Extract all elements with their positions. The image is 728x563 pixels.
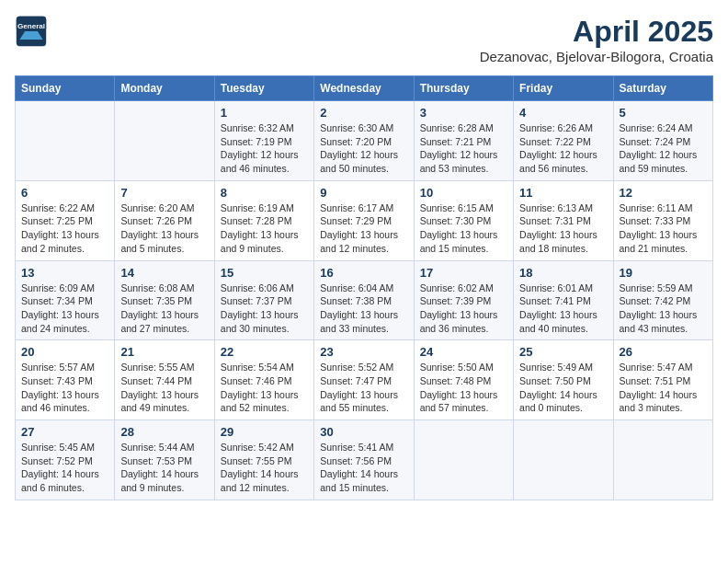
week-row-2: 6Sunrise: 6:22 AMSunset: 7:25 PMDaylight…: [16, 180, 713, 260]
day-info: Sunrise: 6:20 AMSunset: 7:26 PMDaylight:…: [120, 201, 208, 256]
day-info: Sunrise: 6:17 AMSunset: 7:29 PMDaylight:…: [320, 201, 407, 256]
day-info: Sunrise: 5:45 AMSunset: 7:52 PMDaylight:…: [21, 441, 108, 495]
main-title: April 2025: [480, 15, 713, 49]
day-cell: 21Sunrise: 5:55 AMSunset: 7:44 PMDayligh…: [115, 340, 214, 420]
day-number: 20: [21, 345, 108, 359]
day-cell: 11Sunrise: 6:13 AMSunset: 7:31 PMDayligh…: [514, 180, 613, 260]
day-cell: 27Sunrise: 5:45 AMSunset: 7:52 PMDayligh…: [16, 420, 115, 500]
day-number: 17: [420, 266, 507, 280]
day-number: 9: [320, 186, 407, 200]
day-number: 12: [620, 186, 707, 200]
day-number: 14: [120, 266, 208, 280]
day-info: Sunrise: 5:54 AMSunset: 7:46 PMDaylight:…: [221, 361, 308, 415]
day-info: Sunrise: 5:55 AMSunset: 7:44 PMDaylight:…: [120, 361, 208, 415]
day-cell: 16Sunrise: 6:04 AMSunset: 7:38 PMDayligh…: [314, 260, 414, 340]
day-cell: 20Sunrise: 5:57 AMSunset: 7:43 PMDayligh…: [16, 340, 115, 420]
logo-icon: General Blue: [15, 15, 48, 48]
header-day-friday: Friday: [514, 76, 613, 101]
day-cell: [514, 420, 613, 500]
day-cell: 28Sunrise: 5:44 AMSunset: 7:53 PMDayligh…: [115, 420, 214, 500]
day-cell: 6Sunrise: 6:22 AMSunset: 7:25 PMDaylight…: [16, 180, 115, 260]
day-info: Sunrise: 5:59 AMSunset: 7:42 PMDaylight:…: [620, 282, 707, 336]
day-number: 29: [221, 425, 308, 439]
svg-text:Blue: Blue: [24, 31, 39, 40]
day-cell: 15Sunrise: 6:06 AMSunset: 7:37 PMDayligh…: [214, 260, 313, 340]
day-cell: 1Sunrise: 6:32 AMSunset: 7:19 PMDaylight…: [214, 101, 313, 181]
day-info: Sunrise: 6:04 AMSunset: 7:38 PMDaylight:…: [320, 282, 407, 336]
day-cell: 5Sunrise: 6:24 AMSunset: 7:24 PMDaylight…: [613, 101, 712, 181]
header-day-sunday: Sunday: [16, 76, 115, 101]
day-number: 6: [21, 186, 108, 200]
day-cell: 7Sunrise: 6:20 AMSunset: 7:26 PMDaylight…: [115, 180, 214, 260]
day-number: 4: [519, 106, 607, 120]
day-number: 25: [519, 345, 607, 359]
day-info: Sunrise: 6:26 AMSunset: 7:22 PMDaylight:…: [519, 121, 607, 176]
header-day-saturday: Saturday: [613, 76, 712, 101]
day-info: Sunrise: 5:41 AMSunset: 7:56 PMDaylight:…: [320, 441, 407, 495]
day-info: Sunrise: 5:44 AMSunset: 7:53 PMDaylight:…: [120, 441, 208, 495]
day-info: Sunrise: 6:19 AMSunset: 7:28 PMDaylight:…: [221, 201, 308, 256]
day-info: Sunrise: 6:01 AMSunset: 7:41 PMDaylight:…: [519, 282, 607, 336]
day-info: Sunrise: 6:09 AMSunset: 7:34 PMDaylight:…: [21, 282, 108, 336]
day-number: 13: [21, 266, 108, 280]
header-day-monday: Monday: [115, 76, 214, 101]
header-day-tuesday: Tuesday: [214, 76, 313, 101]
day-number: 15: [221, 266, 308, 280]
day-cell: [613, 420, 712, 500]
day-info: Sunrise: 6:13 AMSunset: 7:31 PMDaylight:…: [519, 201, 607, 256]
day-number: 24: [420, 345, 507, 359]
day-cell: 10Sunrise: 6:15 AMSunset: 7:30 PMDayligh…: [414, 180, 513, 260]
day-info: Sunrise: 6:22 AMSunset: 7:25 PMDaylight:…: [21, 201, 108, 256]
calendar-header-row: SundayMondayTuesdayWednesdayThursdayFrid…: [16, 76, 713, 101]
day-info: Sunrise: 5:42 AMSunset: 7:55 PMDaylight:…: [221, 441, 308, 495]
day-cell: 22Sunrise: 5:54 AMSunset: 7:46 PMDayligh…: [214, 340, 313, 420]
day-cell: 29Sunrise: 5:42 AMSunset: 7:55 PMDayligh…: [214, 420, 313, 500]
day-number: 5: [620, 106, 707, 120]
day-number: 23: [320, 345, 407, 359]
day-info: Sunrise: 5:47 AMSunset: 7:51 PMDaylight:…: [620, 361, 707, 415]
week-row-5: 27Sunrise: 5:45 AMSunset: 7:52 PMDayligh…: [16, 420, 713, 500]
header-day-thursday: Thursday: [414, 76, 513, 101]
day-info: Sunrise: 6:32 AMSunset: 7:19 PMDaylight:…: [221, 121, 308, 176]
day-info: Sunrise: 5:57 AMSunset: 7:43 PMDaylight:…: [21, 361, 108, 415]
day-number: 22: [221, 345, 308, 359]
day-cell: 13Sunrise: 6:09 AMSunset: 7:34 PMDayligh…: [16, 260, 115, 340]
day-info: Sunrise: 5:49 AMSunset: 7:50 PMDaylight:…: [519, 361, 607, 415]
day-number: 28: [120, 425, 208, 439]
day-cell: 8Sunrise: 6:19 AMSunset: 7:28 PMDaylight…: [214, 180, 313, 260]
day-cell: 14Sunrise: 6:08 AMSunset: 7:35 PMDayligh…: [115, 260, 214, 340]
day-number: 2: [320, 106, 407, 120]
day-info: Sunrise: 6:15 AMSunset: 7:30 PMDaylight:…: [420, 201, 507, 256]
day-cell: 23Sunrise: 5:52 AMSunset: 7:47 PMDayligh…: [314, 340, 414, 420]
day-info: Sunrise: 6:24 AMSunset: 7:24 PMDaylight:…: [620, 121, 707, 176]
day-number: 19: [620, 266, 707, 280]
day-info: Sunrise: 6:28 AMSunset: 7:21 PMDaylight:…: [420, 121, 507, 176]
week-row-1: 1Sunrise: 6:32 AMSunset: 7:19 PMDaylight…: [16, 101, 713, 181]
day-cell: 12Sunrise: 6:11 AMSunset: 7:33 PMDayligh…: [613, 180, 712, 260]
day-number: 18: [519, 266, 607, 280]
day-number: 21: [120, 345, 208, 359]
day-cell: 26Sunrise: 5:47 AMSunset: 7:51 PMDayligh…: [613, 340, 712, 420]
day-number: 27: [21, 425, 108, 439]
day-number: 11: [519, 186, 607, 200]
day-info: Sunrise: 6:06 AMSunset: 7:37 PMDaylight:…: [221, 282, 308, 336]
day-cell: [115, 101, 214, 181]
day-number: 7: [120, 186, 208, 200]
day-number: 16: [320, 266, 407, 280]
day-number: 3: [420, 106, 507, 120]
day-info: Sunrise: 5:50 AMSunset: 7:48 PMDaylight:…: [420, 361, 507, 415]
header: General Blue April 2025 Dezanovac, Bjelo…: [15, 15, 713, 64]
day-cell: 30Sunrise: 5:41 AMSunset: 7:56 PMDayligh…: [314, 420, 414, 500]
day-cell: 24Sunrise: 5:50 AMSunset: 7:48 PMDayligh…: [414, 340, 513, 420]
day-cell: 4Sunrise: 6:26 AMSunset: 7:22 PMDaylight…: [514, 101, 613, 181]
week-row-4: 20Sunrise: 5:57 AMSunset: 7:43 PMDayligh…: [16, 340, 713, 420]
logo: General Blue: [15, 15, 48, 48]
day-number: 10: [420, 186, 507, 200]
title-block: April 2025 Dezanovac, Bjelovar-Bilogora,…: [480, 15, 713, 64]
day-number: 26: [620, 345, 707, 359]
day-info: Sunrise: 6:30 AMSunset: 7:20 PMDaylight:…: [320, 121, 407, 176]
day-cell: 9Sunrise: 6:17 AMSunset: 7:29 PMDaylight…: [314, 180, 414, 260]
day-info: Sunrise: 6:02 AMSunset: 7:39 PMDaylight:…: [420, 282, 507, 336]
day-number: 30: [320, 425, 407, 439]
day-cell: 3Sunrise: 6:28 AMSunset: 7:21 PMDaylight…: [414, 101, 513, 181]
